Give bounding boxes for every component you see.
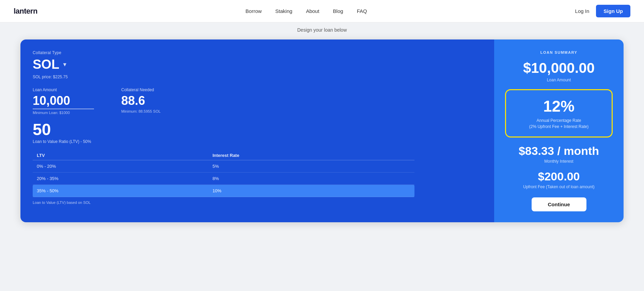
collateral-type-row: SOL ▼ (33, 57, 482, 72)
nav-staking[interactable]: Staking (275, 8, 292, 14)
collateral-needed-min: Minimum: 88.5955 SOL (121, 109, 161, 113)
ltv-based: Loan to Value (LTV) based on SOL (33, 200, 482, 205)
header: lantern Borrow Staking About Blog FAQ Lo… (0, 0, 644, 22)
login-button[interactable]: Log In (575, 8, 590, 14)
loan-amount-label: Loan Amount (33, 87, 94, 92)
nav-about[interactable]: About (306, 8, 319, 14)
table-cell-ltv-2: 35% - 50% (33, 185, 208, 197)
subtitle-text: Design your loan below (297, 27, 347, 33)
nav: Borrow Staking About Blog FAQ (246, 8, 367, 14)
nav-borrow[interactable]: Borrow (246, 8, 262, 14)
table-col-rate: Interest Rate (208, 151, 414, 160)
collateral-needed-label: Collateral Needed (121, 87, 161, 92)
loan-amount-min: Minimum Loan: $1000 (33, 111, 94, 115)
collateral-needed-group: Collateral Needed 88.6 Minimum: 88.5955 … (121, 87, 161, 115)
inputs-row: Loan Amount Minimum Loan: $1000 Collater… (33, 87, 482, 115)
apr-label: Annual Percentage Rate (520, 117, 598, 124)
table-col-ltv: LTV (33, 151, 208, 160)
upfront-label: Upfront Fee (Taken out of loan amount) (523, 184, 594, 189)
upfront-amount: $200.00 (538, 170, 580, 183)
sol-price: SOL price: $225.75 (33, 75, 482, 79)
table-cell-rate-0: 5% (208, 160, 414, 173)
nav-faq[interactable]: FAQ (357, 8, 367, 14)
apr-box: 12% Annual Percentage Rate (2% Upfront F… (505, 89, 613, 138)
main: Collateral Type SOL ▼ SOL price: $225.75… (0, 36, 644, 236)
apr-value: 12% (520, 97, 598, 115)
ltv-section: 50 Loan to Value Ratio (LTV) - 50% (33, 122, 482, 144)
loan-amount-big: $10,000.00 (523, 60, 595, 76)
table-row: 20% - 35% 8% (33, 173, 414, 185)
rate-table: LTV Interest Rate 0% - 20% 5% 20% - 35% … (33, 151, 414, 197)
loan-amount-sub-label: Loan Amount (547, 78, 571, 82)
collateral-type-text: SOL (33, 57, 59, 72)
subtitle-bar: Design your loan below (0, 22, 644, 36)
monthly-label: Monthly Interest (544, 159, 573, 164)
ltv-sub: Loan to Value Ratio (LTV) - 50% (33, 139, 482, 144)
apr-sublabel: (2% Upfront Fee + Interest Rate) (520, 124, 598, 130)
continue-button[interactable]: Continue (532, 197, 586, 211)
collateral-dropdown-icon[interactable]: ▼ (62, 62, 67, 68)
left-panel: Collateral Type SOL ▼ SOL price: $225.75… (20, 39, 494, 222)
nav-blog[interactable]: Blog (333, 8, 343, 14)
table-cell-rate-1: 8% (208, 173, 414, 185)
monthly-amount: $83.33 / month (519, 144, 599, 158)
right-panel: LOAN SUMMARY $10,000.00 Loan Amount 12% … (494, 39, 624, 222)
ltv-value: 50 (33, 122, 482, 138)
loan-amount-group: Loan Amount Minimum Loan: $1000 (33, 87, 94, 115)
table-row-active: 35% - 50% 10% (33, 185, 414, 197)
table-cell-rate-2: 10% (208, 185, 414, 197)
table-cell-ltv-1: 20% - 35% (33, 173, 208, 185)
signup-button[interactable]: Sign Up (596, 5, 630, 17)
loan-card: Collateral Type SOL ▼ SOL price: $225.75… (20, 39, 624, 222)
collateral-needed-value: 88.6 (121, 94, 161, 108)
collateral-label: Collateral Type (33, 50, 482, 55)
auth-area: Log In Sign Up (575, 5, 630, 17)
table-row: 0% - 20% 5% (33, 160, 414, 173)
loan-summary-label: LOAN SUMMARY (540, 50, 578, 54)
logo: lantern (14, 7, 37, 16)
table-cell-ltv-0: 0% - 20% (33, 160, 208, 173)
loan-amount-input[interactable] (33, 94, 94, 109)
